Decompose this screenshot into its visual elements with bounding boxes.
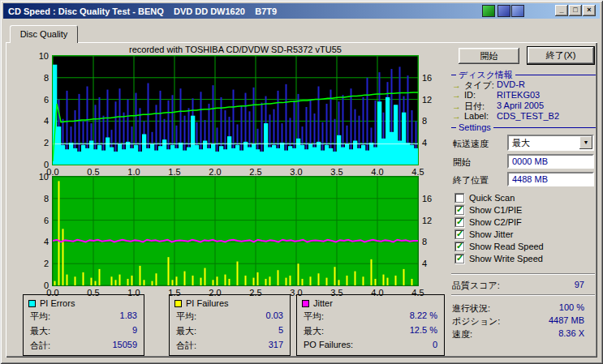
legend-value: 1.83 — [120, 310, 137, 320]
tick-label: 2 — [28, 138, 49, 148]
disc-label-row: →Label:CDS_TEST_B2 — [452, 111, 596, 121]
tick-label: 12 — [422, 216, 432, 225]
checkbox-show-c1-pie[interactable]: Show C1/PIE — [454, 205, 596, 216]
pi-failures-swatch — [174, 300, 182, 307]
legend-label: 平均: — [176, 310, 196, 323]
checkbox-box[interactable] — [454, 217, 464, 227]
speed-label: 転送速度 — [453, 138, 489, 150]
checkbox-show-read-speed[interactable]: Show Read Speed — [454, 242, 596, 253]
quality-score-label: 品質スコア: — [452, 280, 500, 292]
progress-value: 100 % — [503, 302, 584, 312]
legend-label: 最大: — [30, 325, 50, 337]
disc-type-value: DVD-R — [497, 79, 525, 89]
pif-chart-y-left: 1086420 — [28, 172, 49, 290]
speed-status-value: 8.36 X — [503, 328, 584, 338]
legend-value: 0.03 — [266, 310, 283, 320]
legend-value: 12.5 % — [410, 325, 437, 335]
tick-label: 12 — [422, 95, 432, 105]
legend-label: 平均: — [30, 310, 50, 323]
disc-mini-icon-2[interactable] — [511, 5, 524, 17]
start-pos-label: 開始 — [453, 156, 471, 169]
chart-mini-icon[interactable] — [482, 5, 495, 17]
arrow-icon: → — [452, 80, 461, 90]
legend-title: Jitter — [313, 298, 333, 308]
checkbox-quick-scan[interactable]: Quick Scan — [454, 193, 596, 204]
legend-label: 平均: — [304, 310, 324, 323]
legend-label: PO Failures: — [304, 340, 353, 349]
window-title: CD Speed : Disc Quality Test - BENQ DVD … — [8, 6, 277, 16]
checkbox-box[interactable] — [454, 205, 464, 215]
position-label: ポジション: — [452, 315, 500, 328]
recorded-with-note: recorded with TOSHIBA CD/DVDW SD-R5372 v… — [52, 45, 419, 54]
pie-chart-plot — [52, 55, 419, 165]
close-button[interactable]: × — [583, 5, 596, 16]
checkbox-box[interactable] — [454, 193, 464, 203]
checkbox-show-write-speed[interactable]: Show Write Speed — [454, 254, 596, 265]
disc-id-row: →ID:RITEKG03 — [452, 90, 596, 100]
end-pos-field[interactable]: 4488 MB — [507, 172, 594, 186]
legend-label: 最大: — [176, 325, 196, 337]
legend-pi-failures: PI Failures 平均:0.03 最大:5 合計:317 — [169, 294, 291, 356]
tick-label: 8 — [28, 194, 49, 203]
disc-date-label: 日付: — [464, 101, 485, 111]
tick-label: 4 — [28, 237, 49, 246]
legend-value: 5 — [278, 325, 283, 335]
legend-title: PI Errors — [40, 298, 75, 308]
tick-label: 16 — [422, 194, 432, 203]
separator — [451, 273, 595, 275]
legend-value: 9 — [132, 325, 137, 335]
legend-title: PI Failures — [186, 298, 229, 308]
legend-jitter: Jitter 平均:8.22 % 最大:12.5 % PO Failures:0 — [296, 294, 445, 356]
legend-value: 0 — [433, 340, 437, 349]
pif-chart-y-right: 161284 — [422, 177, 441, 285]
checkbox-label: Quick Scan — [469, 193, 515, 203]
checkbox-box[interactable] — [454, 242, 464, 251]
disc-label-label: Label: — [464, 111, 489, 121]
tick-label: 6 — [28, 95, 49, 105]
pif-chart-plot — [52, 176, 419, 286]
speed-select[interactable]: 最大 ▼ — [507, 135, 594, 151]
pie-chart — [53, 56, 418, 165]
arrow-icon: → — [452, 90, 461, 100]
quality-score-value: 97 — [503, 280, 584, 289]
chevron-down-icon[interactable]: ▼ — [579, 136, 592, 149]
disc-id-label: ID: — [464, 90, 476, 100]
checkbox-show-c2-pif[interactable]: Show C2/PIF — [454, 217, 596, 229]
end-pos-label: 終了位置 — [453, 174, 489, 186]
checkbox-box[interactable] — [454, 254, 464, 263]
disc-mini-icon-1[interactable] — [497, 5, 510, 17]
checkbox-show-jitter[interactable]: Show Jitter — [454, 229, 596, 241]
tick-label: 8 — [422, 116, 427, 126]
tick-label: 8 — [28, 73, 49, 83]
pie-chart-y-left: 1086420 — [28, 51, 49, 169]
legend-value: 8.22 % — [410, 310, 437, 320]
tick-label: 4 — [28, 116, 49, 126]
minimize-icon: _ — [559, 6, 563, 14]
pif-chart — [53, 177, 418, 285]
position-value: 4487 MB — [503, 315, 584, 325]
arrow-icon: → — [452, 101, 461, 111]
tick-label: 10 — [28, 172, 49, 182]
legend-value: 317 — [269, 340, 283, 349]
start-button[interactable]: 開始 — [459, 48, 519, 64]
speed-select-value: 最大 — [512, 137, 530, 149]
checkbox-box[interactable] — [454, 229, 464, 239]
tick-label: 16 — [422, 73, 432, 83]
exit-button[interactable]: 終了(X) — [527, 46, 595, 65]
pie-chart-y-right: 161284 — [422, 56, 441, 165]
checkbox-label: Show C1/PIE — [469, 205, 522, 215]
settings-header-label: Settings — [459, 122, 491, 132]
disc-label-value: CDS_TEST_B2 — [497, 111, 559, 121]
separator — [451, 294, 595, 296]
settings-header: Settings — [451, 122, 596, 132]
tab-disc-quality[interactable]: Disc Quality — [10, 25, 78, 43]
minimize-button[interactable]: _ — [555, 5, 568, 16]
checkbox-label: Show Read Speed — [469, 242, 544, 251]
jitter-swatch — [302, 300, 309, 307]
legend-label: 合計: — [176, 340, 196, 352]
tick-label: 10 — [28, 51, 49, 61]
checkbox-label: Show C2/PIF — [469, 217, 522, 227]
maximize-button[interactable]: □ — [569, 5, 582, 16]
start-pos-field[interactable]: 0000 MB — [507, 154, 594, 169]
tick-label: 4 — [422, 259, 427, 268]
